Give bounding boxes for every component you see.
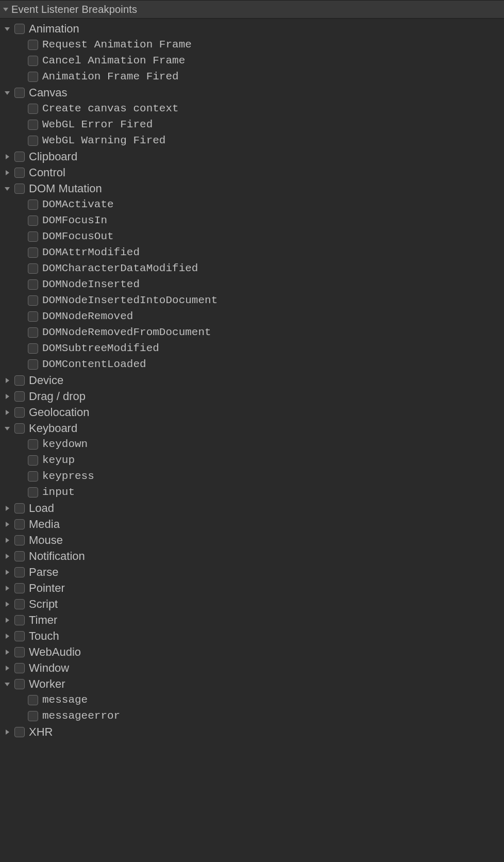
triangle-right-icon[interactable] xyxy=(2,567,12,577)
triangle-right-icon[interactable] xyxy=(2,663,12,673)
category-checkbox-touch[interactable] xyxy=(14,631,25,641)
category-row-animation[interactable]: Animation xyxy=(0,21,504,37)
category-row-canvas[interactable]: Canvas xyxy=(0,85,504,101)
category-checkbox-device[interactable] xyxy=(14,375,25,386)
event-row-messageerror[interactable]: messageerror xyxy=(0,708,504,724)
category-row-control[interactable]: Control xyxy=(0,164,504,180)
category-checkbox-worker[interactable] xyxy=(14,679,25,689)
category-checkbox-media[interactable] xyxy=(14,519,25,529)
category-checkbox-keyboard[interactable] xyxy=(14,423,25,434)
event-row-create-canvas-context[interactable]: Create canvas context xyxy=(0,101,504,117)
category-checkbox-clipboard[interactable] xyxy=(14,152,25,162)
category-row-keyboard[interactable]: Keyboard xyxy=(0,420,504,436)
event-checkbox-keyup[interactable] xyxy=(28,455,38,466)
category-row-webaudio[interactable]: WebAudio xyxy=(0,644,504,660)
triangle-right-icon[interactable] xyxy=(2,535,12,545)
triangle-down-icon[interactable] xyxy=(2,184,12,194)
event-row-domactivate[interactable]: DOMActivate xyxy=(0,196,504,212)
event-checkbox-domfocusin[interactable] xyxy=(28,216,38,226)
event-row-domsubtreemodified[interactable]: DOMSubtreeModified xyxy=(0,340,504,356)
event-row-domcontentloaded[interactable]: DOMContentLoaded xyxy=(0,356,504,372)
event-row-domnodeinserted[interactable]: DOMNodeInserted xyxy=(0,276,504,292)
category-checkbox-drag-drop[interactable] xyxy=(14,391,25,402)
event-checkbox-cancel-animation-frame[interactable] xyxy=(28,56,38,66)
category-checkbox-notification[interactable] xyxy=(14,551,25,561)
triangle-right-icon[interactable] xyxy=(2,631,12,641)
event-row-cancel-animation-frame[interactable]: Cancel Animation Frame xyxy=(0,53,504,69)
category-checkbox-webaudio[interactable] xyxy=(14,647,25,657)
event-checkbox-domactivate[interactable] xyxy=(28,200,38,210)
triangle-right-icon[interactable] xyxy=(2,375,12,386)
category-row-pointer[interactable]: Pointer xyxy=(0,580,504,596)
category-checkbox-script[interactable] xyxy=(14,599,25,609)
event-checkbox-request-animation-frame[interactable] xyxy=(28,40,38,50)
category-checkbox-window[interactable] xyxy=(14,663,25,673)
event-checkbox-keydown[interactable] xyxy=(28,439,38,450)
event-checkbox-keypress[interactable] xyxy=(28,471,38,482)
event-row-keypress[interactable]: keypress xyxy=(0,468,504,484)
category-checkbox-mouse[interactable] xyxy=(14,535,25,545)
triangle-right-icon[interactable] xyxy=(2,519,12,529)
category-row-geolocation[interactable]: Geolocation xyxy=(0,404,504,420)
event-row-request-animation-frame[interactable]: Request Animation Frame xyxy=(0,37,504,53)
event-row-domcharacterdatamodified[interactable]: DOMCharacterDataModified xyxy=(0,260,504,276)
event-checkbox-domnoderemovedfromdocument[interactable] xyxy=(28,327,38,338)
event-checkbox-domattrmodified[interactable] xyxy=(28,247,38,258)
category-row-load[interactable]: Load xyxy=(0,500,504,516)
triangle-right-icon[interactable] xyxy=(2,152,12,162)
event-checkbox-webgl-error-fired[interactable] xyxy=(28,120,38,130)
category-row-window[interactable]: Window xyxy=(0,660,504,676)
category-row-worker[interactable]: Worker xyxy=(0,676,504,692)
category-row-mouse[interactable]: Mouse xyxy=(0,532,504,548)
triangle-right-icon[interactable] xyxy=(2,391,12,402)
triangle-right-icon[interactable] xyxy=(2,551,12,561)
event-checkbox-domfocusout[interactable] xyxy=(28,231,38,242)
category-row-script[interactable]: Script xyxy=(0,596,504,612)
event-checkbox-domcontentloaded[interactable] xyxy=(28,359,38,370)
triangle-right-icon[interactable] xyxy=(2,615,12,625)
event-checkbox-webgl-warning-fired[interactable] xyxy=(28,136,38,146)
category-checkbox-control[interactable] xyxy=(14,168,25,178)
event-checkbox-domnodeinserted[interactable] xyxy=(28,279,38,290)
event-row-keyup[interactable]: keyup xyxy=(0,452,504,468)
triangle-down-icon[interactable] xyxy=(2,24,12,34)
event-row-domattrmodified[interactable]: DOMAttrModified xyxy=(0,244,504,260)
panel-header[interactable]: Event Listener Breakpoints xyxy=(0,0,504,19)
category-checkbox-load[interactable] xyxy=(14,503,25,513)
category-row-clipboard[interactable]: Clipboard xyxy=(0,148,504,164)
event-row-keydown[interactable]: keydown xyxy=(0,436,504,452)
category-checkbox-animation[interactable] xyxy=(14,24,25,34)
category-row-dom-mutation[interactable]: DOM Mutation xyxy=(0,180,504,196)
event-checkbox-create-canvas-context[interactable] xyxy=(28,104,38,114)
event-checkbox-input[interactable] xyxy=(28,487,38,498)
category-row-parse[interactable]: Parse xyxy=(0,564,504,580)
event-row-domfocusout[interactable]: DOMFocusOut xyxy=(0,228,504,244)
event-row-domnoderemovedfromdocument[interactable]: DOMNodeRemovedFromDocument xyxy=(0,324,504,340)
event-row-animation-frame-fired[interactable]: Animation Frame Fired xyxy=(0,69,504,85)
category-checkbox-dom-mutation[interactable] xyxy=(14,184,25,194)
category-row-xhr[interactable]: XHR xyxy=(0,724,504,740)
event-row-domnodeinsertedintodocument[interactable]: DOMNodeInsertedIntoDocument xyxy=(0,292,504,308)
event-row-domnoderemoved[interactable]: DOMNodeRemoved xyxy=(0,308,504,324)
category-checkbox-timer[interactable] xyxy=(14,615,25,625)
category-row-timer[interactable]: Timer xyxy=(0,612,504,628)
category-checkbox-canvas[interactable] xyxy=(14,88,25,98)
category-checkbox-xhr[interactable] xyxy=(14,727,25,737)
category-checkbox-parse[interactable] xyxy=(14,567,25,577)
event-row-input[interactable]: input xyxy=(0,484,504,500)
triangle-down-icon[interactable] xyxy=(2,679,12,689)
triangle-right-icon[interactable] xyxy=(2,407,12,418)
triangle-right-icon[interactable] xyxy=(2,647,12,657)
triangle-right-icon[interactable] xyxy=(2,599,12,609)
event-row-webgl-warning-fired[interactable]: WebGL Warning Fired xyxy=(0,132,504,148)
category-row-drag-drop[interactable]: Drag / drop xyxy=(0,388,504,404)
triangle-right-icon[interactable] xyxy=(2,583,12,593)
event-checkbox-domcharacterdatamodified[interactable] xyxy=(28,263,38,274)
event-checkbox-domnodeinsertedintodocument[interactable] xyxy=(28,295,38,306)
triangle-right-icon[interactable] xyxy=(2,168,12,178)
triangle-down-icon[interactable] xyxy=(2,6,9,13)
category-row-touch[interactable]: Touch xyxy=(0,628,504,644)
category-row-notification[interactable]: Notification xyxy=(0,548,504,564)
triangle-right-icon[interactable] xyxy=(2,503,12,513)
event-row-webgl-error-fired[interactable]: WebGL Error Fired xyxy=(0,117,504,132)
